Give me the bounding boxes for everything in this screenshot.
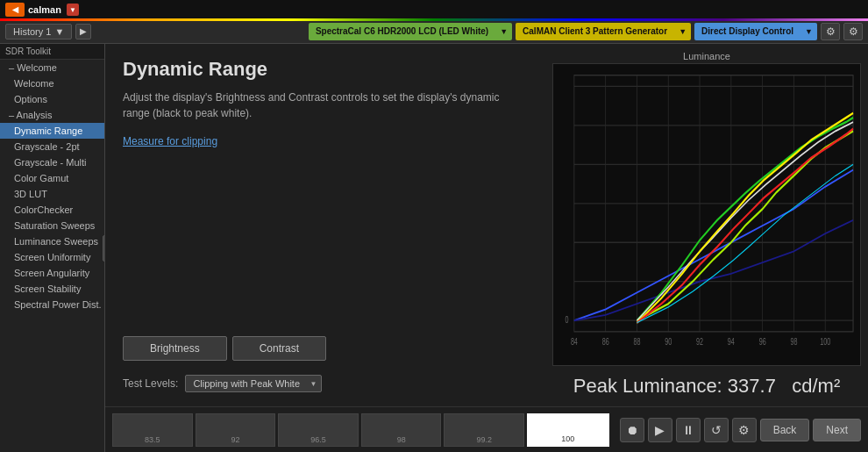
swatch-group: 83.5 92 96.5 98 99.2 100 xyxy=(112,413,609,447)
swatch-3[interactable]: 96.5 xyxy=(278,413,359,447)
content-area: Dynamic Range Adjust the display's Brigh… xyxy=(105,44,868,452)
swatch-label-4: 98 xyxy=(397,435,406,444)
swatch-label-5: 99.2 xyxy=(476,435,492,444)
luminance-chart: 84 86 88 90 92 94 96 98 100 0 xyxy=(553,64,860,365)
device3-dropdown-icon[interactable]: ▼ xyxy=(800,23,817,40)
svg-rect-0 xyxy=(553,64,860,365)
sidebar-item-welcome-sub[interactable]: Welcome xyxy=(0,75,104,91)
history-nav-button[interactable]: ▶ xyxy=(75,24,91,39)
test-levels-select-wrapper[interactable]: Clipping with Peak White Full Range Limi… xyxy=(185,375,322,392)
svg-text:98: 98 xyxy=(790,335,797,347)
logo-text: calman xyxy=(28,4,61,15)
chart-title: Luminance xyxy=(552,51,861,61)
peak-luminance-display: Peak Luminance: 337.7 cd/m² xyxy=(552,366,861,406)
sidebar-item-analysis-header: – Analysis xyxy=(0,107,104,123)
sidebar-item-screen-uniformity[interactable]: Screen Uniformity xyxy=(0,249,104,265)
sidebar-item-color-gamut[interactable]: Color Gamut xyxy=(0,170,104,186)
sidebar-toolkit-label: SDR Toolkit xyxy=(0,44,104,60)
sidebar-item-dynamic-range[interactable]: Dynamic Range xyxy=(0,123,104,139)
swatch-4[interactable]: 98 xyxy=(361,413,442,447)
svg-text:90: 90 xyxy=(665,335,672,347)
svg-text:100: 100 xyxy=(820,335,830,347)
page-title: Dynamic Range xyxy=(123,58,535,81)
sidebar-item-screen-stability[interactable]: Screen Stability xyxy=(0,281,104,297)
settings-button[interactable]: ⚙ xyxy=(732,418,757,442)
top-bar: ◀ calman ▼ xyxy=(0,0,868,19)
bottom-controls: ⏺ ▶ ⏸ ↺ ⚙ Back Next xyxy=(620,418,861,442)
swatch-label-3: 96.5 xyxy=(310,435,326,444)
page-description: Adjust the display's Brightness and Cont… xyxy=(123,90,535,121)
sidebar-item-options[interactable]: Options xyxy=(0,91,104,107)
right-panel: Luminance xyxy=(552,44,868,406)
sidebar-item-grayscale-multi[interactable]: Grayscale - Multi xyxy=(0,154,104,170)
device1-dropdown-icon[interactable]: ▼ xyxy=(495,23,512,40)
back-button[interactable]: Back xyxy=(760,419,810,441)
svg-text:96: 96 xyxy=(759,335,766,347)
settings-gear-button-2[interactable]: ⚙ xyxy=(843,23,863,40)
action-buttons: Brightness Contrast xyxy=(123,336,535,361)
sidebar-item-screen-angularity[interactable]: Screen Angularity xyxy=(0,265,104,281)
refresh-button[interactable]: ↺ xyxy=(704,418,729,442)
device-bar: History 1 ▼ ▶ SpectraCal C6 HDR2000 LCD … xyxy=(0,19,868,44)
sidebar-item-grayscale-2pt[interactable]: Grayscale - 2pt xyxy=(0,139,104,154)
measure-link[interactable]: Measure for clipping xyxy=(123,135,535,147)
bottom-bar: 83.5 92 96.5 98 99.2 100 ⏺ xyxy=(105,406,868,452)
swatch-6[interactable]: 100 xyxy=(527,413,609,447)
content-top: Dynamic Range Adjust the display's Brigh… xyxy=(105,44,868,406)
test-levels-select[interactable]: Clipping with Peak White Full Range Limi… xyxy=(185,375,322,392)
device-chip-spectra: SpectraCal C6 HDR2000 LCD (LED White) ▼ xyxy=(309,23,512,40)
sidebar-item-spectral-power[interactable]: Spectral Power Dist. xyxy=(0,297,104,312)
main-layout: ◀ SDR Toolkit – Welcome Welcome Options … xyxy=(0,44,868,452)
left-panel: Dynamic Range Adjust the display's Brigh… xyxy=(105,44,552,406)
contrast-button[interactable]: Contrast xyxy=(232,336,326,361)
svg-text:84: 84 xyxy=(571,335,578,347)
app-logo: ◀ calman xyxy=(5,3,61,17)
logo-icon: ◀ xyxy=(5,3,25,17)
record-button[interactable]: ⏺ xyxy=(620,418,644,442)
sidebar-item-3d-lut[interactable]: 3D LUT xyxy=(0,186,104,202)
swatch-1[interactable]: 83.5 xyxy=(112,413,193,447)
test-levels-label: Test Levels: xyxy=(123,377,178,390)
sidebar-item-luminance-sweeps[interactable]: Luminance Sweeps xyxy=(0,233,104,249)
svg-text:88: 88 xyxy=(633,335,640,347)
device-chip-pattern: CalMAN Client 3 Pattern Generator ▼ xyxy=(516,23,691,40)
settings-gear-button[interactable]: ⚙ xyxy=(821,23,840,40)
sidebar-toggle[interactable]: ◀ xyxy=(103,235,105,262)
play-button[interactable]: ▶ xyxy=(648,418,672,442)
swatch-label-6: 100 xyxy=(561,434,574,443)
swatch-2[interactable]: 92 xyxy=(196,413,276,447)
logo-dropdown[interactable]: ▼ xyxy=(67,4,79,16)
sidebar-item-welcome[interactable]: – Welcome xyxy=(0,60,104,75)
history-button[interactable]: History 1 ▼ xyxy=(5,24,72,39)
svg-text:94: 94 xyxy=(728,335,735,347)
svg-text:92: 92 xyxy=(696,335,703,347)
pause-button[interactable]: ⏸ xyxy=(676,418,701,442)
device2-dropdown-icon[interactable]: ▼ xyxy=(674,23,691,40)
svg-text:0: 0 xyxy=(566,313,569,325)
next-button[interactable]: Next xyxy=(813,419,861,441)
sidebar-item-colorchecker[interactable]: ColorChecker xyxy=(0,202,104,218)
swatch-5[interactable]: 99.2 xyxy=(444,413,524,447)
swatch-label-1: 83.5 xyxy=(145,435,160,444)
brightness-button[interactable]: Brightness xyxy=(123,336,227,361)
chart-container: 84 86 88 90 92 94 96 98 100 0 xyxy=(552,63,861,366)
test-levels-row: Test Levels: Clipping with Peak White Fu… xyxy=(123,375,535,392)
swatch-label-2: 92 xyxy=(231,435,239,444)
rainbow-bar xyxy=(0,18,868,21)
sidebar: ◀ SDR Toolkit – Welcome Welcome Options … xyxy=(0,44,105,452)
svg-text:86: 86 xyxy=(602,335,609,347)
device-chip-display: Direct Display Control ▼ xyxy=(694,23,817,40)
sidebar-item-saturation-sweeps[interactable]: Saturation Sweeps xyxy=(0,218,104,233)
